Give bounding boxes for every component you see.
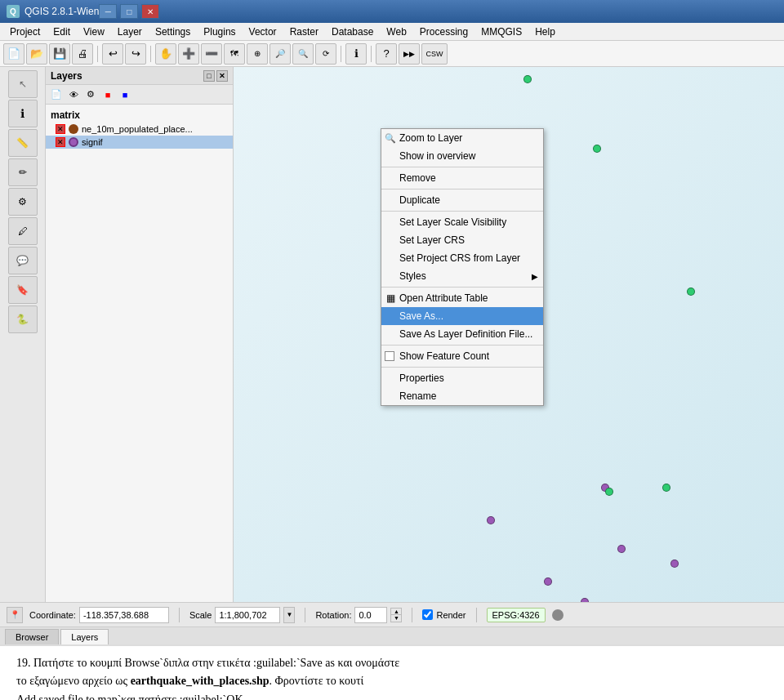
more-button[interactable]: ▶▶ xyxy=(399,43,420,65)
cm-zoom-to-layer[interactable]: 🔍 Zoom to Layer xyxy=(381,129,543,147)
layers-panel-float-button[interactable]: □ xyxy=(203,70,215,82)
cm-styles[interactable]: Styles ▶ xyxy=(381,267,543,285)
identify-feature-button[interactable]: ℹ xyxy=(8,100,38,127)
open-project-button[interactable]: 📂 xyxy=(26,43,47,65)
identify-button[interactable]: ℹ xyxy=(345,43,367,65)
cm-save-as[interactable]: Save As... xyxy=(381,307,543,325)
layer-visibility-checkbox[interactable]: ✕ xyxy=(56,124,65,134)
maximize-button[interactable]: □ xyxy=(120,4,138,19)
cm-set-layer-scale-visibility-label: Set Layer Scale Visibility xyxy=(399,216,506,228)
left-toolbar: ↖ ℹ 📏 ✏ ⚙ 🖊 💬 🔖 🐍 xyxy=(0,67,46,602)
scale-dropdown-button[interactable]: ▼ xyxy=(283,607,295,623)
toggle-visibility-button[interactable]: 👁 xyxy=(66,87,81,102)
rotation-input[interactable] xyxy=(354,607,387,623)
python-button[interactable]: 🐍 xyxy=(8,305,38,333)
filter-layer-button[interactable]: ⚙ xyxy=(83,87,98,102)
status-separator-1 xyxy=(179,608,180,622)
scale-input[interactable] xyxy=(215,607,280,623)
tab-browser[interactable]: Browser xyxy=(5,629,59,644)
cm-separator-2 xyxy=(381,189,543,189)
close-button[interactable]: ✕ xyxy=(141,4,159,19)
new-project-button[interactable]: 📄 xyxy=(3,43,24,65)
redo-button[interactable]: ↪ xyxy=(125,43,146,65)
layers-panel-close-button[interactable]: ✕ xyxy=(216,70,228,82)
zoom-out-button[interactable]: ➖ xyxy=(201,43,222,65)
zoom-full-button[interactable]: 🗺 xyxy=(224,43,245,65)
cm-properties-label: Properties xyxy=(399,372,444,384)
digitize-button[interactable]: 🖊 xyxy=(8,217,38,245)
layer-visibility-checkbox-signif[interactable]: ✕ xyxy=(56,137,65,147)
menu-item-help[interactable]: Help xyxy=(528,23,562,40)
bottom-text-area: 19. Πατήστε το κουμπί Browse`διπλα στην … xyxy=(0,644,784,700)
zoom-next-button[interactable]: ⟳ xyxy=(315,43,336,65)
layer-properties-button[interactable]: ⚙ xyxy=(8,188,38,216)
menu-item-edit[interactable]: Edit xyxy=(47,23,77,40)
help-button[interactable]: ? xyxy=(376,43,397,65)
main-area: ↖ ℹ 📏 ✏ ⚙ 🖊 💬 🔖 🐍 Layers □ ✕ 📄 👁 ⚙ ■ ■ m… xyxy=(0,67,784,602)
menu-item-database[interactable]: Database xyxy=(325,23,380,40)
cm-remove-label: Remove xyxy=(399,172,436,184)
cm-set-layer-scale-visibility[interactable]: Set Layer Scale Visibility xyxy=(381,213,543,231)
cm-show-feature-count[interactable]: Show Feature Count xyxy=(381,347,543,365)
zoom-layer-button[interactable]: ⊕ xyxy=(247,43,268,65)
measure-button[interactable]: 📏 xyxy=(8,129,38,157)
map-tips-button[interactable]: 💬 xyxy=(8,247,38,274)
layer-up-button[interactable]: ■ xyxy=(118,87,132,102)
menu-item-layer[interactable]: Layer xyxy=(111,23,149,40)
map-canvas[interactable]: 🔍 Zoom to Layer Show in overview Remove … xyxy=(234,67,784,602)
remove-layer-button[interactable]: ■ xyxy=(100,87,115,102)
bookmarks-button[interactable]: 🔖 xyxy=(8,276,38,304)
layer-item-ne10m[interactable]: ✕ ne_10m_populated_place... xyxy=(46,123,233,136)
context-menu: 🔍 Zoom to Layer Show in overview Remove … xyxy=(381,128,544,406)
select-tool-button[interactable]: ↖ xyxy=(8,70,38,98)
cm-set-project-crs[interactable]: Set Project CRS from Layer xyxy=(381,249,543,267)
minimize-button[interactable]: ─ xyxy=(99,4,117,19)
statusbar: 📍 Coordinate: Scale ▼ Rotation: ▲ ▼ Rend… xyxy=(0,602,784,626)
menu-item-settings[interactable]: Settings xyxy=(149,23,197,40)
bottom-line-1: 19. Πατήστε το κουμπί Browse`διπλα στην … xyxy=(16,654,768,672)
menu-item-mmqgis[interactable]: MMQGIS xyxy=(474,23,528,40)
rotation-down-button[interactable]: ▼ xyxy=(391,615,401,622)
menu-item-web[interactable]: Web xyxy=(380,23,412,40)
cm-remove[interactable]: Remove xyxy=(381,169,543,187)
undo-button[interactable]: ↩ xyxy=(102,43,123,65)
cm-rename[interactable]: Rename xyxy=(381,387,543,405)
pan-button[interactable]: ✋ xyxy=(155,43,176,65)
cm-save-as-label: Save As... xyxy=(399,310,443,322)
menu-item-raster[interactable]: Raster xyxy=(283,23,325,40)
map-dot-0 xyxy=(523,75,532,83)
render-checkbox[interactable] xyxy=(422,609,433,620)
menu-item-vector[interactable]: Vector xyxy=(243,23,283,40)
zoom-in-button[interactable]: ➕ xyxy=(178,43,199,65)
menu-item-plugins[interactable]: Plugins xyxy=(197,23,242,40)
cm-set-layer-crs[interactable]: Set Layer CRS xyxy=(381,231,543,249)
bottom-line-3: Add saved file to map`και πατήστε :guila… xyxy=(16,691,768,700)
print-button[interactable]: 🖨 xyxy=(72,43,93,65)
csw-button[interactable]: CSW xyxy=(421,43,448,65)
epsg-display[interactable]: EPSG:4326 xyxy=(487,608,546,622)
cm-open-attr-table[interactable]: ▦ Open Attribute Table xyxy=(381,289,543,307)
zoom-selection-button[interactable]: 🔎 xyxy=(270,43,291,65)
add-layer-button[interactable]: 📄 xyxy=(49,87,64,102)
zoom-last-button[interactable]: 🔍 xyxy=(292,43,314,65)
cm-show-in-overview[interactable]: Show in overview xyxy=(381,147,543,165)
coord-input[interactable] xyxy=(79,607,169,623)
layer-item-signif[interactable]: ✕ signif xyxy=(46,136,233,149)
cm-save-as-definition[interactable]: Save As Layer Definition File... xyxy=(381,325,543,343)
menu-item-project[interactable]: Project xyxy=(3,23,47,40)
cm-properties[interactable]: Properties xyxy=(381,369,543,387)
layers-toolbar: 📄 👁 ⚙ ■ ■ xyxy=(46,85,233,105)
annotation-button[interactable]: ✏ xyxy=(8,158,38,186)
layer-label-signif: signif xyxy=(82,137,103,147)
cm-show-feature-count-label: Show Feature Count xyxy=(399,350,489,362)
rotation-spinner: ▲ ▼ xyxy=(390,608,402,622)
menu-item-view[interactable]: View xyxy=(77,23,111,40)
render-label: Render xyxy=(436,610,466,620)
cm-duplicate[interactable]: Duplicate xyxy=(381,191,543,209)
rotation-up-button[interactable]: ▲ xyxy=(391,609,401,615)
map-dot-1 xyxy=(593,145,601,153)
tab-layers[interactable]: Layers xyxy=(60,629,109,644)
menu-item-processing[interactable]: Processing xyxy=(413,23,474,40)
show-feature-count-checkbox[interactable] xyxy=(385,351,394,361)
save-project-button[interactable]: 💾 xyxy=(49,43,70,65)
